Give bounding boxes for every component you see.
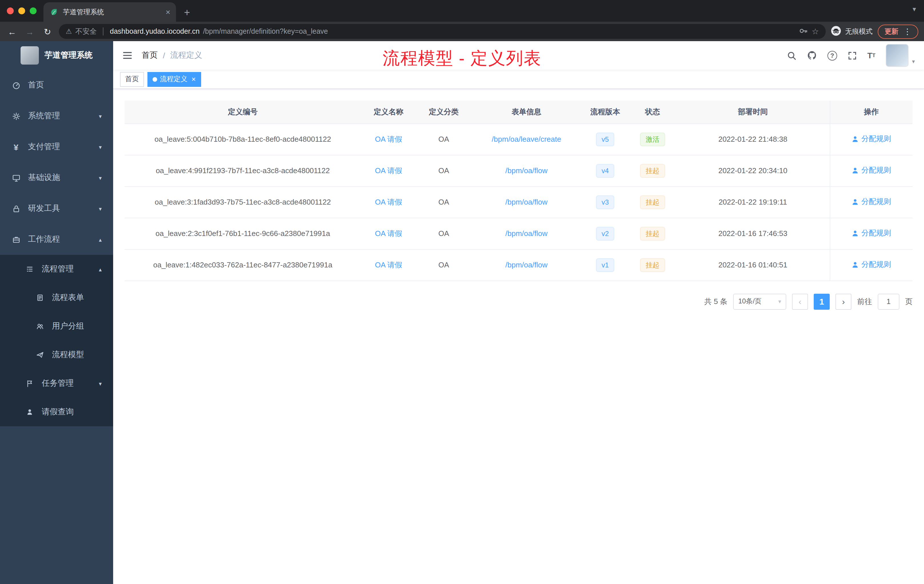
forward-button[interactable]: → [23,27,36,36]
form-link[interactable]: /bpm/oa/flow [505,166,548,175]
assign-rule-button[interactable]: 分配规则 [852,134,891,144]
sidebar-item-infrastructure[interactable]: 基础设施 ▾ [0,162,113,193]
tab-title: 芋道管理系统 [63,7,161,17]
pagination: 共 5 条 10条/页 ▾ ‹ 1 › 前往 页 [125,294,912,309]
page-size-select[interactable]: 10条/页 ▾ [733,294,786,309]
sidebar-item-devtools[interactable]: 研发工具 ▾ [0,193,113,224]
cell-definition-id: oa_leave:1:482ec033-762a-11ec-8477-a2380… [125,249,361,280]
bookmark-star-icon[interactable]: ☆ [812,27,819,35]
user-icon [852,261,859,269]
back-button[interactable]: ← [6,27,18,36]
definition-name-link[interactable]: OA 请假 [375,135,402,143]
users-icon [35,322,45,330]
sidebar-item-label: 流程模型 [52,350,84,360]
new-tab-button[interactable]: + [184,7,190,18]
hamburger-icon[interactable] [122,50,132,61]
tab-close-icon[interactable]: × [166,8,170,16]
assign-rule-button[interactable]: 分配规则 [852,197,891,207]
address-bar[interactable]: ⚠ 不安全 dashboard.yudao.iocoder.cn /bpm/ma… [59,24,826,39]
incognito-badge: 无痕模式 [831,25,873,38]
help-icon[interactable]: ? [827,51,837,60]
cell-definition-id: oa_leave:2:3c1f0ef1-76b1-11ec-9c66-a2380… [125,218,361,249]
sidebar-item-leave-query[interactable]: 请假查询 [0,398,113,426]
window-zoom-button[interactable] [30,7,36,14]
cell-deploy-time: 2022-01-22 21:48:38 [676,124,830,155]
form-link[interactable]: /bpm/oa/leave/create [492,135,561,144]
cell-category: OA [416,155,471,186]
tag-process-definition[interactable]: 流程定义 × [147,72,201,87]
definition-name-link[interactable]: OA 请假 [375,260,402,269]
window-minimize-button[interactable] [18,7,25,14]
assign-rule-label: 分配规则 [861,134,891,144]
dashboard-icon [12,81,21,89]
page-number-button[interactable]: 1 [814,294,830,309]
status-badge: 挂起 [640,258,665,272]
sidebar-item-system[interactable]: 系统管理 ▾ [0,101,113,132]
sidebar-item-label: 首页 [28,80,44,90]
cell-category: OA [416,124,471,155]
form-link[interactable]: /bpm/oa/flow [505,261,548,269]
breadcrumb: 首页 / 流程定义 [142,50,202,61]
cell-deploy-time: 2022-01-22 19:19:11 [676,186,830,218]
assign-rule-button[interactable]: 分配规则 [852,228,891,239]
fullscreen-icon[interactable] [847,51,857,60]
assign-rule-button[interactable]: 分配规则 [852,260,891,270]
github-icon[interactable] [807,50,817,61]
chevron-down-icon: ▾ [99,113,102,119]
search-icon[interactable] [787,51,797,60]
sidebar-item-process-model[interactable]: 流程模型 [0,341,113,369]
definition-name-link[interactable]: OA 请假 [375,229,402,238]
sidebar-item-payment[interactable]: ¥ 支付管理 ▾ [0,132,113,162]
goto-page-input[interactable] [878,294,899,309]
version-badge: v2 [596,226,615,240]
definition-name-link[interactable]: OA 请假 [375,198,402,206]
sidebar-item-task-management[interactable]: 任务管理 ▾ [0,369,113,398]
status-badge: 挂起 [640,226,665,240]
sidebar-item-label: 用户分组 [52,321,84,332]
sidebar-item-workflow[interactable]: 工作流程 ▴ [0,224,113,255]
cell-deploy-time: 2022-01-16 01:40:51 [676,249,830,280]
form-link[interactable]: /bpm/oa/flow [505,229,548,238]
prev-page-button[interactable]: ‹ [792,294,808,309]
font-size-icon[interactable]: TT [868,51,875,60]
sidebar-item-label: 流程管理 [42,264,74,274]
column-header: 定义分类 [416,101,471,124]
sidebar-item-user-group[interactable]: 用户分组 [0,312,113,341]
next-page-button[interactable]: › [835,294,851,309]
browser-chrome: 芋道管理系统 × + ▾ ← → ↻ ⚠ 不安全 dashboard.yudao… [0,0,924,41]
security-warning-icon: ⚠ [66,27,72,35]
breadcrumb-home[interactable]: 首页 [142,50,158,61]
user-avatar[interactable] [886,44,909,67]
update-button[interactable]: 更新 ⋮ [878,24,918,39]
sidebar-item-process-management[interactable]: 流程管理 ▴ [0,255,113,284]
definition-name-link[interactable]: OA 请假 [375,166,402,175]
assign-rule-label: 分配规则 [861,197,891,207]
form-link[interactable]: /bpm/oa/flow [505,198,548,206]
sidebar-item-label: 请假查询 [42,407,74,417]
incognito-label: 无痕模式 [845,26,873,36]
incognito-spy-icon [831,25,841,38]
user-icon [852,167,859,174]
sidebar-item-process-form[interactable]: 流程表单 [0,284,113,312]
tab-search-icon[interactable]: ▾ [912,5,916,13]
breadcrumb-current: 流程定义 [170,50,202,61]
sidebar-item-home[interactable]: 首页 [0,70,113,101]
cell-deploy-time: 2022-01-22 20:34:10 [676,155,830,186]
tag-close-icon[interactable]: × [191,76,196,83]
chevron-down-icon: ▾ [99,205,102,212]
workflow-submenu: 流程管理 ▴ 流程表单 用户分组 [0,255,113,426]
annotation-overlay: 流程模型 - 定义列表 [383,47,541,70]
cell-category: OA [416,218,471,249]
column-header: 操作 [830,101,912,124]
tag-home[interactable]: 首页 [120,72,144,87]
browser-tab[interactable]: 芋道管理系统 × [43,2,176,22]
sidebar-item-label: 基础设施 [28,173,60,183]
window-close-button[interactable] [7,7,14,14]
monitor-icon [12,173,21,182]
password-key-icon[interactable] [799,26,808,36]
reload-button[interactable]: ↻ [41,27,54,36]
sidebar-item-label: 流程表单 [52,292,84,303]
assign-rule-button[interactable]: 分配规则 [852,165,891,176]
browser-menu-icon[interactable]: ⋮ [903,27,911,35]
assign-rule-label: 分配规则 [861,165,891,176]
